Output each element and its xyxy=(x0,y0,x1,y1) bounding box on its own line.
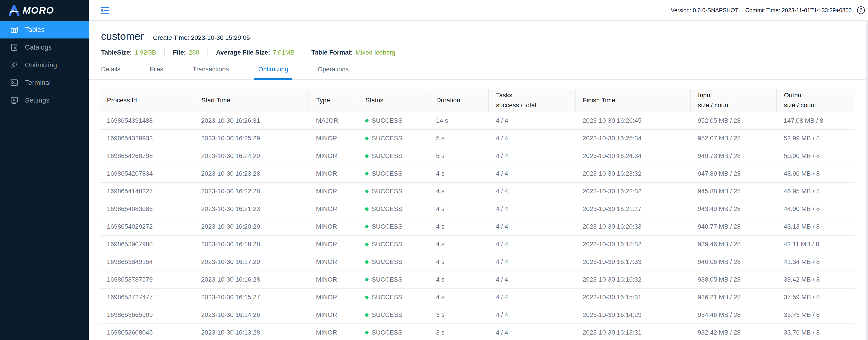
tab-transactions[interactable]: Transactions xyxy=(193,62,229,79)
table-row[interactable]: 16986539079882023-10-30 16:18:28MINORSUC… xyxy=(100,235,855,253)
cell-output: 50.90 MB / 8 xyxy=(776,147,855,165)
sidebar-item-settings[interactable]: Settings xyxy=(0,92,89,109)
stat-label: Table Format: xyxy=(311,49,353,56)
cell-duration: 5 s xyxy=(429,130,489,147)
title-row: customer Create Time: 2023-10-30 15:29:0… xyxy=(89,21,868,42)
content: customer Create Time: 2023-10-30 15:29:0… xyxy=(89,21,868,340)
cell-input: 943.49 MB / 28 xyxy=(690,200,776,218)
cell-status: SUCCESS xyxy=(358,271,429,288)
help-icon[interactable]: ? xyxy=(857,6,865,14)
col-label: Process Id xyxy=(107,95,194,105)
sidebar-item-optimizing[interactable]: Optimizing xyxy=(0,56,89,74)
scrollbar-track[interactable] xyxy=(866,21,868,340)
cell-type: MINOR xyxy=(309,147,358,165)
cell-process-id: 1698654207834 xyxy=(100,165,194,182)
optimizing-table: Process IdStart TimeTypeStatusDurationTa… xyxy=(100,89,855,340)
cell-type: MINOR xyxy=(309,288,358,306)
cell-input: 934.46 MB / 28 xyxy=(690,306,776,324)
table-row[interactable]: 16986536659092023-10-30 16:14:26MINORSUC… xyxy=(100,306,855,324)
table-head-row: Process IdStart TimeTypeStatusDurationTa… xyxy=(100,89,855,112)
cell-tasks: 4 / 4 xyxy=(489,218,575,235)
cell-status: SUCCESS xyxy=(358,218,429,235)
cell-start-time: 2023-10-30 16:25:29 xyxy=(194,130,309,147)
col-duration: Duration xyxy=(429,89,489,112)
optimizing-icon xyxy=(10,61,18,69)
col-output: Outputsize / count xyxy=(776,89,855,112)
status-text: SUCCESS xyxy=(372,294,402,301)
tab-optimizing[interactable]: Optimizing xyxy=(258,62,288,79)
cell-type: MINOR xyxy=(309,182,358,200)
cell-duration: 14 s xyxy=(429,112,489,130)
cell-status: SUCCESS xyxy=(358,130,429,147)
stat-divider xyxy=(303,48,303,57)
col-label: Start Time xyxy=(202,95,309,105)
table-row[interactable]: 16986537875792023-10-30 16:16:28MINORSUC… xyxy=(100,271,855,288)
stat-divider xyxy=(164,48,165,57)
stat-table-size: TableSize:1.92GB xyxy=(101,49,156,56)
table-row[interactable]: 16986540830852023-10-30 16:21:23MINORSUC… xyxy=(100,200,855,218)
cell-type: MINOR xyxy=(309,306,358,324)
table-head: Process IdStart TimeTypeStatusDurationTa… xyxy=(100,89,855,112)
cell-duration: 3 s xyxy=(429,306,489,324)
cell-input: 938.05 MB / 28 xyxy=(690,271,776,288)
cell-type: MINOR xyxy=(309,324,358,340)
cell-finish-time: 2023-10-30 16:21:27 xyxy=(575,200,690,218)
success-dot-icon xyxy=(365,172,369,175)
table-row[interactable]: 16986536080452023-10-30 16:13:28MINORSUC… xyxy=(100,324,855,340)
status-text: SUCCESS xyxy=(372,152,402,159)
tab-details[interactable]: Details xyxy=(101,62,121,79)
table-row[interactable]: 16986542078342023-10-30 16:23:28MINORSUC… xyxy=(100,165,855,182)
cell-input: 940.77 MB / 28 xyxy=(690,218,776,235)
col-label: Input xyxy=(698,90,776,100)
catalog-icon xyxy=(10,43,18,51)
cell-start-time: 2023-10-30 16:14:26 xyxy=(194,306,309,324)
stat-average-file-size: Average File Size:7.01MB xyxy=(216,49,295,56)
sidebar-item-tables[interactable]: Tables xyxy=(0,21,89,38)
col-label: Status xyxy=(365,95,429,105)
sidebar-item-label: Terminal xyxy=(25,79,51,87)
table-row[interactable]: 16986541482272023-10-30 16:22:28MINORSUC… xyxy=(100,182,855,200)
table-row[interactable]: 16986543289332023-10-30 16:25:29MINORSUC… xyxy=(100,130,855,147)
tab-operations[interactable]: Operations xyxy=(317,62,349,79)
table-row[interactable]: 16986543914882023-10-30 16:26:31MAJORSUC… xyxy=(100,112,855,130)
col-tasks: Taskssuccess / total xyxy=(489,89,575,112)
cell-status: SUCCESS xyxy=(358,306,429,324)
table-row[interactable]: 16986540292722023-10-30 16:20:29MINORSUC… xyxy=(100,218,855,235)
sidebar-item-terminal[interactable]: Terminal xyxy=(0,74,89,92)
sidebar-item-catalogs[interactable]: Catalogs xyxy=(0,38,89,56)
cell-type: MINOR xyxy=(309,253,358,271)
create-time: Create Time: 2023-10-30 15:29:05 xyxy=(153,34,250,41)
table-row[interactable]: 16986542687982023-10-30 16:24:29MINORSUC… xyxy=(100,147,855,165)
cell-tasks: 4 / 4 xyxy=(489,271,575,288)
cell-tasks: 4 / 4 xyxy=(489,324,575,340)
cell-finish-time: 2023-10-30 16:24:34 xyxy=(575,147,690,165)
cell-duration: 4 s xyxy=(429,271,489,288)
cell-output: 35.73 MB / 8 xyxy=(776,306,855,324)
cell-duration: 4 s xyxy=(429,288,489,306)
cell-status: SUCCESS xyxy=(358,147,429,165)
table-row[interactable]: 16986537274772023-10-30 16:15:27MINORSUC… xyxy=(100,288,855,306)
settings-icon xyxy=(10,96,18,104)
cell-finish-time: 2023-10-30 16:14:29 xyxy=(575,306,690,324)
cell-type: MINOR xyxy=(309,271,358,288)
table-row[interactable]: 16986538491542023-10-30 16:17:29MINORSUC… xyxy=(100,253,855,271)
cell-type: MAJOR xyxy=(309,112,358,130)
stat-label: TableSize: xyxy=(101,49,132,56)
cell-duration: 4 s xyxy=(429,165,489,182)
cell-duration: 4 s xyxy=(429,200,489,218)
col-type: Type xyxy=(309,89,358,112)
tab-files[interactable]: Files xyxy=(150,62,163,79)
cell-start-time: 2023-10-30 16:13:28 xyxy=(194,324,309,340)
optimizing-table-wrap: Process IdStart TimeTypeStatusDurationTa… xyxy=(100,89,857,340)
stat-value: Mixed Iceberg xyxy=(355,49,396,56)
col-label: Tasks xyxy=(496,90,575,100)
menu-fold-icon[interactable] xyxy=(100,7,109,14)
cell-tasks: 4 / 4 xyxy=(489,165,575,182)
success-dot-icon xyxy=(365,331,369,334)
cell-finish-time: 2023-10-30 16:15:31 xyxy=(575,288,690,306)
amoro-logo[interactable]: MORO xyxy=(0,0,89,21)
cell-start-time: 2023-10-30 16:23:28 xyxy=(194,165,309,182)
col-sublabel: size / count xyxy=(698,100,776,110)
stat-file: File:280 xyxy=(173,49,199,56)
app-root: MORO TablesCatalogsOptimizingTerminalSet… xyxy=(0,0,868,340)
